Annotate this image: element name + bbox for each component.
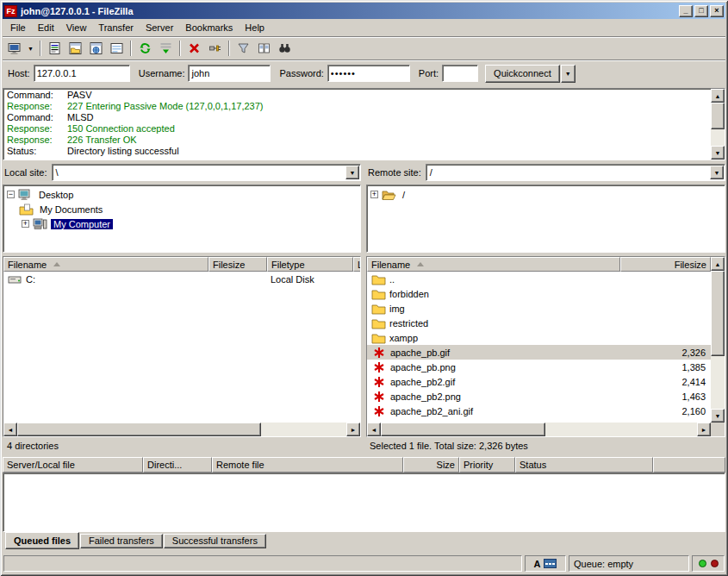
scrollbar-track[interactable] [17,423,346,436]
file-row[interactable]: apache_pb2.gif2,414 [367,374,711,389]
tab-successful-transfers[interactable]: Successful transfers [164,534,266,548]
scrollbar-track[interactable] [711,103,725,146]
collapse-icon[interactable]: − [7,191,15,198]
column-header-filename[interactable]: Filename [3,257,208,272]
column-header-status[interactable]: Status [515,457,653,473]
file-row-selected[interactable]: apache_pb.gif2,326 [367,345,711,360]
local-horizontal-scrollbar[interactable]: ◄ ► [3,423,360,436]
menu-file[interactable]: File [4,20,32,35]
file-row[interactable]: apache_pb.png1,385 [367,360,711,374]
scrollbar-thumb[interactable] [17,423,261,436]
scrollbar-thumb[interactable] [711,103,725,129]
scrollbar-track[interactable] [711,271,725,409]
menu-transfer[interactable]: Transfer [92,20,140,35]
file-row[interactable]: C: Local Disk [3,272,360,286]
queue-toggle-button[interactable] [107,39,127,58]
menu-view[interactable]: View [60,20,93,35]
remote-horizontal-scrollbar[interactable]: ◄ ► [367,423,711,436]
tree-item-desktop[interactable]: − Desktop [4,187,359,202]
file-row[interactable]: restricted [367,316,711,330]
column-header-filesize[interactable]: Filesize [620,257,711,272]
queue-status-text: Queue: empty [574,559,633,569]
scroll-right-button[interactable]: ► [346,423,360,436]
scroll-right-button[interactable]: ► [697,423,711,436]
maximize-button[interactable]: □ [694,5,708,17]
desktop-icon [18,189,33,201]
column-header-server-local-file[interactable]: Server/Local file [3,457,143,473]
quickconnect-dropdown-button[interactable]: ▼ [561,65,576,83]
message-log-icon [47,41,62,55]
tab-queued-files[interactable]: Queued files [5,532,79,549]
remote-file-list: Filename Filesize .. forbidden img restr… [366,256,725,437]
refresh-button[interactable] [135,39,155,58]
port-input[interactable] [442,65,478,82]
minimize-button[interactable]: _ [679,5,693,17]
menu-server[interactable]: Server [140,20,179,35]
transfer-queue-list[interactable] [3,473,725,532]
column-header-filetype[interactable]: Filetype [267,257,353,272]
site-manager-button[interactable] [4,39,24,58]
column-header-direction[interactable]: Directi... [143,457,212,473]
column-header-last-modified[interactable]: L [353,257,360,272]
host-input[interactable] [34,65,130,82]
scroll-up-button[interactable]: ▲ [711,257,725,271]
local-tree-toggle-button[interactable] [65,39,85,58]
tree-item-my-documents[interactable]: My Documents [4,202,359,216]
column-header-remote-file[interactable]: Remote file [212,457,403,473]
local-site-combobox[interactable]: \ ▼ [52,164,361,181]
scrollbar-track[interactable] [381,423,697,436]
socket-indicator-icon[interactable] [544,559,557,568]
file-row[interactable]: img [367,301,711,316]
file-row[interactable]: .. [367,272,711,286]
scroll-up-button[interactable]: ▲ [711,89,725,103]
local-tree-icon [68,41,83,55]
filter-button[interactable] [233,39,253,58]
username-input[interactable] [188,65,271,82]
tree-item-root[interactable]: + / [368,187,724,202]
scroll-down-button[interactable]: ▼ [711,146,725,160]
tab-failed-transfers[interactable]: Failed transfers [80,534,163,548]
scrollbar-thumb[interactable] [711,271,725,356]
remote-vertical-scrollbar[interactable]: ▲ ▼ [711,257,725,423]
scroll-left-button[interactable]: ◄ [3,423,17,436]
chevron-down-icon[interactable]: ▼ [345,166,359,179]
column-header-priority[interactable]: Priority [459,457,515,473]
message-log-toggle-button[interactable] [45,39,65,58]
log-scrollbar[interactable]: ▲ ▼ [711,89,725,160]
scroll-down-button[interactable]: ▼ [711,409,725,423]
file-row[interactable]: xampp [367,330,711,345]
password-input[interactable] [327,65,410,82]
compare-button[interactable] [254,39,274,58]
cancel-icon [187,41,202,55]
search-button[interactable] [275,39,295,58]
scroll-left-button[interactable]: ◄ [367,423,381,436]
process-queue-button[interactable] [156,39,176,58]
site-manager-dropdown-button[interactable]: ▼ [25,39,36,58]
column-header-size[interactable]: Size [403,457,459,473]
menu-help[interactable]: Help [239,20,271,35]
column-header-filename[interactable]: Filename [367,257,620,272]
disconnect-button[interactable] [205,39,225,58]
compare-icon [257,41,271,55]
menu-bookmarks[interactable]: Bookmarks [179,20,239,35]
chevron-down-icon[interactable]: ▼ [710,166,724,179]
scrollbar-thumb[interactable] [381,423,545,436]
menu-edit[interactable]: Edit [32,20,60,35]
tree-item-my-computer[interactable]: + My Computer [4,216,359,231]
file-row[interactable]: forbidden [367,286,711,301]
log-type: Response: [3,101,67,112]
transfer-type-icon[interactable]: A [534,559,541,569]
remote-site-value: / [426,167,709,178]
file-row[interactable]: apache_pb2_ani.gif2,160 [367,404,711,418]
quickconnect-button[interactable]: Quickconnect [485,65,560,83]
expand-icon[interactable]: + [22,220,29,228]
column-header-filesize[interactable]: Filesize [208,257,267,272]
file-type: Local Disk [267,274,353,285]
close-button[interactable]: × [710,5,724,17]
cancel-button[interactable] [184,39,204,58]
remote-tree-toggle-button[interactable] [86,39,106,58]
binoculars-icon [277,41,292,55]
remote-site-combobox[interactable]: / ▼ [426,164,725,181]
expand-icon[interactable]: + [370,191,378,198]
file-row[interactable]: apache_pb2.png1,463 [367,389,711,404]
